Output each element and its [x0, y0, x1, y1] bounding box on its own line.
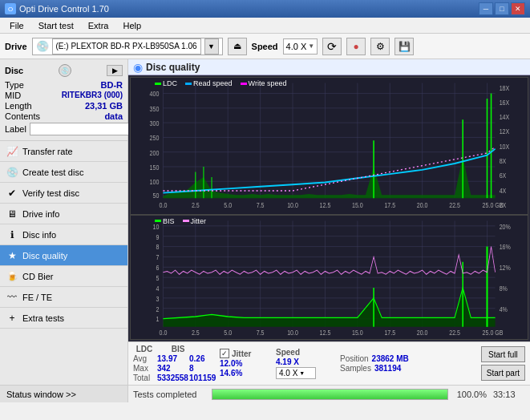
- sidebar: Disc 💿 ▶ Type BD-R MID RITEKBR3 (000) Le…: [0, 59, 128, 402]
- svg-text:7.5: 7.5: [257, 201, 265, 209]
- speed-select[interactable]: 4.0 X ▼: [283, 38, 318, 55]
- svg-text:8: 8: [156, 243, 159, 251]
- legend-bis: BIS: [155, 217, 175, 225]
- disc-arrow-btn[interactable]: ▶: [107, 65, 123, 76]
- svg-text:400: 400: [150, 91, 160, 99]
- chart2-container: BIS Jitter: [130, 215, 528, 340]
- legend-read-speed: Read speed: [185, 79, 233, 87]
- disc-contents-row: Contents data: [5, 111, 123, 121]
- svg-text:17.5: 17.5: [384, 329, 395, 337]
- write-speed-legend-label: Write speed: [249, 79, 287, 87]
- svg-text:10.0: 10.0: [287, 329, 298, 337]
- speed-col-header: Speed: [276, 348, 332, 357]
- svg-text:14X: 14X: [500, 113, 510, 121]
- svg-text:20.0: 20.0: [417, 329, 428, 337]
- content-title: Disc quality: [146, 62, 200, 73]
- speed-target-select[interactable]: 4.0 X ▼: [276, 367, 316, 379]
- drive-dropdown-arrow[interactable]: ▼: [204, 38, 219, 55]
- max-bis-val: 8: [189, 364, 212, 373]
- eject-button[interactable]: ⏏: [228, 38, 247, 55]
- disc-header: Disc 💿 ▶: [5, 64, 123, 77]
- app-icon: O: [5, 3, 16, 14]
- toolbar: Drive 💿 (E:) PLEXTOR BD-R PX-LB950SA 1.0…: [0, 34, 530, 59]
- bis-col-header: BIS: [167, 345, 189, 353]
- avg-label: Avg: [133, 354, 154, 363]
- menu-help[interactable]: Help: [116, 19, 148, 32]
- speed-target-val: 4.0 X: [279, 369, 297, 378]
- speed-label: Speed: [252, 42, 278, 51]
- sidebar-item-label-fe-te: FE / TE: [22, 293, 52, 302]
- drive-select-box[interactable]: (E:) PLEXTOR BD-R PX-LB950SA 1.06: [52, 38, 201, 55]
- drive-select-container: 💿 (E:) PLEXTOR BD-R PX-LB950SA 1.06 ▼: [32, 38, 223, 55]
- svg-text:8%: 8%: [500, 285, 508, 293]
- avg-row: Avg 13.97 0.26: [133, 354, 212, 363]
- sidebar-item-drive-info[interactable]: 🖥 Drive info: [0, 204, 127, 224]
- read-speed-legend-color: [185, 83, 192, 85]
- ldc-stats-col: LDC BIS Avg 13.97 0.26 Max 342 8 Total: [133, 345, 212, 382]
- status-window-button[interactable]: Status window >>: [0, 385, 127, 402]
- save-button[interactable]: 💾: [394, 38, 414, 55]
- refresh-button[interactable]: ⟳: [322, 38, 342, 55]
- svg-text:15.0: 15.0: [352, 329, 363, 337]
- ldc-legend-color: [155, 83, 161, 85]
- sidebar-item-verify-test-disc[interactable]: ✔ Verify test disc: [0, 183, 127, 204]
- menu-extra[interactable]: Extra: [82, 19, 115, 32]
- progress-bar-container: Tests completed 100.0% 33:13: [128, 385, 530, 402]
- max-ldc-val: 342: [157, 364, 186, 373]
- jitter-legend-label: Jitter: [191, 217, 207, 225]
- svg-text:25.0 GB: 25.0 GB: [483, 201, 504, 209]
- svg-text:2.5: 2.5: [192, 329, 200, 337]
- drive-label: Drive: [5, 42, 27, 51]
- maximize-button[interactable]: □: [495, 2, 509, 15]
- color-button[interactable]: ●: [346, 38, 366, 55]
- disc-mid-value: RITEKBR3 (000): [62, 91, 123, 100]
- disc-type-row: Type BD-R: [5, 80, 123, 90]
- sidebar-item-label-disc-info: Disc info: [22, 230, 56, 240]
- close-button[interactable]: ✕: [511, 2, 525, 15]
- sidebar-item-disc-info[interactable]: ℹ Disc info: [0, 224, 127, 245]
- titlebar: O Opti Drive Control 1.70 ─ □ ✕: [0, 0, 530, 18]
- disc-mid-label: MID: [5, 91, 21, 100]
- sidebar-item-fe-te[interactable]: 〰 FE / TE: [0, 287, 127, 308]
- sidebar-item-cd-bier[interactable]: 🍺 CD Bier: [0, 266, 127, 287]
- progress-inner: [212, 390, 447, 399]
- jitter-checkbox[interactable]: ✓: [220, 349, 229, 358]
- svg-text:100: 100: [150, 178, 160, 186]
- start-full-button[interactable]: Start full: [481, 346, 525, 362]
- disc-label-label: Label: [5, 124, 26, 134]
- titlebar-controls: ─ □ ✕: [479, 2, 525, 15]
- speed-display-val: 4.19 X: [276, 357, 332, 366]
- sidebar-item-label-verify-test-disc: Verify test disc: [22, 188, 79, 198]
- ldc-col-header: LDC: [133, 345, 156, 353]
- svg-text:300: 300: [150, 119, 160, 127]
- chart2-legend: BIS Jitter: [155, 217, 206, 225]
- content-header-icon: ◉: [133, 61, 143, 74]
- chart1-container: LDC Read speed Write speed: [130, 77, 528, 215]
- progress-outer: [212, 389, 448, 400]
- start-part-button[interactable]: Start part: [481, 365, 525, 381]
- samples-row: Samples 381194: [340, 364, 409, 373]
- disc-panel: Disc 💿 ▶ Type BD-R MID RITEKBR3 (000) Le…: [0, 59, 127, 141]
- settings-button[interactable]: ⚙: [370, 38, 390, 55]
- sidebar-item-transfer-rate[interactable]: 📈 Transfer rate: [0, 141, 127, 162]
- sidebar-item-create-test-disc[interactable]: 💿 Create test disc: [0, 162, 127, 183]
- total-ldc-val: 5332558: [157, 374, 186, 382]
- jitter-stats-col: ✓ Jitter 12.0% 14.6%: [220, 349, 268, 378]
- menu-start-test[interactable]: Start test: [32, 19, 80, 32]
- content-area: ◉ Disc quality LDC Read speed: [128, 59, 530, 402]
- svg-text:9: 9: [156, 233, 159, 241]
- menu-file[interactable]: File: [3, 19, 30, 32]
- cd-bier-icon: 🍺: [6, 271, 18, 282]
- svg-text:150: 150: [150, 164, 160, 172]
- jitter-col-header: Jitter: [232, 349, 251, 358]
- disc-label-input[interactable]: [30, 123, 136, 135]
- sidebar-item-extra-tests[interactable]: + Extra tests: [0, 308, 127, 329]
- svg-text:18X: 18X: [500, 84, 510, 92]
- read-speed-legend-label: Read speed: [193, 79, 233, 87]
- menubar: File Start test Extra Help: [0, 18, 530, 34]
- minimize-button[interactable]: ─: [479, 2, 493, 15]
- sidebar-item-disc-quality[interactable]: ★ Disc quality: [0, 245, 127, 266]
- content-header: ◉ Disc quality: [128, 59, 530, 75]
- svg-text:4X: 4X: [500, 187, 507, 195]
- svg-text:25.0 GB: 25.0 GB: [483, 329, 504, 337]
